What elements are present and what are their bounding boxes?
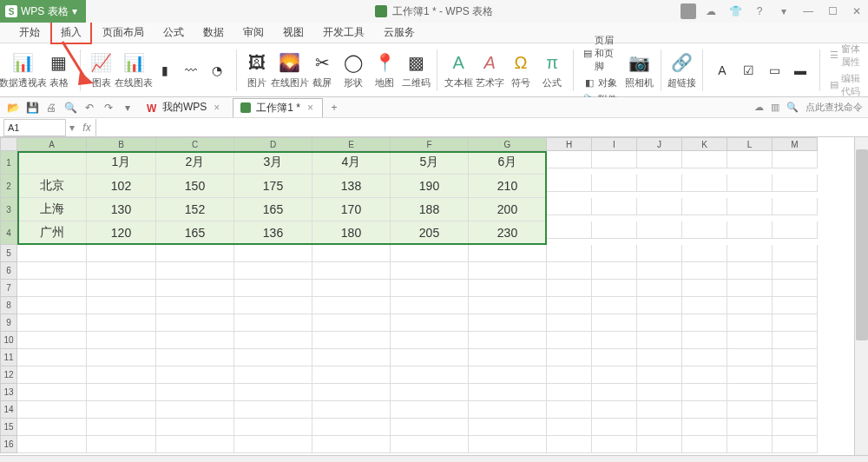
cell[interactable] — [773, 366, 818, 384]
ctrl-a[interactable]: A — [710, 61, 734, 80]
cell[interactable] — [234, 366, 312, 384]
name-box[interactable]: A1 — [3, 119, 66, 136]
qat-print[interactable]: 🖨 — [43, 100, 59, 116]
cell[interactable]: 165 — [234, 198, 312, 221]
ribbon-map[interactable]: 📍地图 — [371, 49, 398, 91]
cell[interactable] — [773, 262, 818, 280]
cell[interactable] — [156, 366, 234, 384]
select-all-corner[interactable] — [0, 137, 17, 151]
cell[interactable] — [637, 384, 682, 401]
cell[interactable] — [234, 332, 312, 349]
ribbon-online-chart[interactable]: 📊在线图表 — [119, 49, 149, 91]
search-icon[interactable]: 🔍 — [786, 102, 799, 113]
cell[interactable] — [87, 436, 156, 453]
cell[interactable] — [391, 349, 469, 366]
cell[interactable]: 1月 — [87, 151, 156, 175]
cell[interactable] — [773, 314, 818, 332]
cell[interactable] — [234, 297, 312, 314]
cell[interactable] — [87, 419, 156, 436]
ribbon-object[interactable]: ◧对象 — [581, 76, 622, 90]
ribbon-header-footer[interactable]: ▤页眉和页脚 — [581, 33, 622, 74]
cell[interactable]: 138 — [312, 175, 391, 198]
cell[interactable] — [234, 349, 312, 366]
cell[interactable] — [682, 297, 727, 314]
cell[interactable] — [592, 280, 637, 297]
cell[interactable] — [312, 245, 391, 262]
cell[interactable] — [156, 314, 234, 332]
ribbon-chart[interactable]: 📈图表 — [88, 49, 115, 91]
cell[interactable] — [682, 262, 727, 280]
cell[interactable] — [682, 221, 727, 239]
cell[interactable] — [592, 401, 637, 419]
cell[interactable] — [773, 280, 818, 297]
cell[interactable] — [592, 262, 637, 280]
cell[interactable] — [547, 436, 592, 453]
name-box-dropdown[interactable]: ▾ — [66, 122, 78, 134]
row-header[interactable]: 5 — [0, 245, 17, 262]
ribbon-mini-bar[interactable]: ▮ — [153, 61, 177, 80]
cell[interactable] — [682, 349, 727, 366]
cell[interactable] — [637, 175, 682, 192]
col-header[interactable]: H — [547, 137, 592, 151]
cell[interactable]: 120 — [87, 221, 156, 245]
cell[interactable]: 205 — [391, 221, 469, 245]
cell[interactable] — [391, 401, 469, 419]
cell[interactable]: 210 — [469, 175, 547, 198]
cell[interactable] — [592, 297, 637, 314]
horizontal-scrollbar[interactable] — [0, 455, 868, 462]
qat-save[interactable]: 💾 — [24, 100, 40, 116]
ribbon-picture[interactable]: 🖼图片 — [243, 49, 271, 91]
cell[interactable]: 102 — [87, 175, 156, 198]
cell[interactable] — [727, 349, 773, 366]
cell[interactable] — [312, 262, 391, 280]
cell[interactable] — [773, 401, 818, 419]
cell[interactable] — [773, 349, 818, 366]
cell[interactable]: 北京 — [17, 175, 87, 198]
cell[interactable] — [637, 366, 682, 384]
cell[interactable] — [156, 349, 234, 366]
cell[interactable] — [773, 419, 818, 436]
tab-close-icon[interactable]: × — [212, 102, 221, 114]
cell[interactable] — [773, 198, 818, 215]
cell[interactable] — [682, 419, 727, 436]
skin-icon[interactable]: 👕 — [724, 3, 746, 20]
menu-page-layout[interactable]: 页面布局 — [94, 23, 153, 43]
cell[interactable] — [727, 366, 773, 384]
cell[interactable] — [727, 419, 773, 436]
ribbon-equation[interactable]: π公式 — [538, 49, 566, 91]
menu-cloud[interactable]: 云服务 — [375, 23, 424, 43]
cell[interactable] — [547, 245, 592, 262]
cell[interactable] — [234, 436, 312, 453]
cell[interactable] — [637, 245, 682, 262]
cell[interactable] — [156, 297, 234, 314]
cell[interactable]: 136 — [234, 221, 312, 245]
qat-undo[interactable]: ↶ — [82, 100, 97, 116]
cell[interactable] — [469, 419, 547, 436]
cell[interactable] — [727, 221, 773, 239]
cell[interactable] — [773, 245, 818, 262]
cell[interactable]: 170 — [312, 198, 391, 221]
ribbon-screenshot[interactable]: ✂截屏 — [308, 49, 336, 91]
cell[interactable] — [156, 419, 234, 436]
cell[interactable] — [469, 280, 547, 297]
cell[interactable] — [727, 245, 773, 262]
row-header[interactable]: 11 — [0, 349, 17, 366]
menu-review[interactable]: 审阅 — [234, 23, 273, 43]
ribbon-online-pic[interactable]: 🌄在线图片 — [274, 49, 305, 91]
cell[interactable] — [87, 245, 156, 262]
row-header[interactable]: 4 — [0, 221, 17, 245]
cell[interactable] — [592, 384, 637, 401]
cell[interactable] — [637, 151, 682, 168]
cell[interactable] — [17, 384, 87, 401]
cell[interactable] — [391, 297, 469, 314]
cell[interactable] — [592, 349, 637, 366]
cell[interactable] — [17, 436, 87, 453]
cell[interactable] — [637, 221, 682, 239]
cell[interactable] — [87, 297, 156, 314]
cell[interactable] — [156, 401, 234, 419]
ribbon-hyperlink[interactable]: 🔗超链接 — [667, 49, 695, 91]
cell[interactable] — [547, 401, 592, 419]
cell[interactable]: 3月 — [234, 151, 312, 175]
ribbon-shapes[interactable]: ◯形状 — [339, 49, 367, 91]
cell[interactable] — [312, 366, 391, 384]
